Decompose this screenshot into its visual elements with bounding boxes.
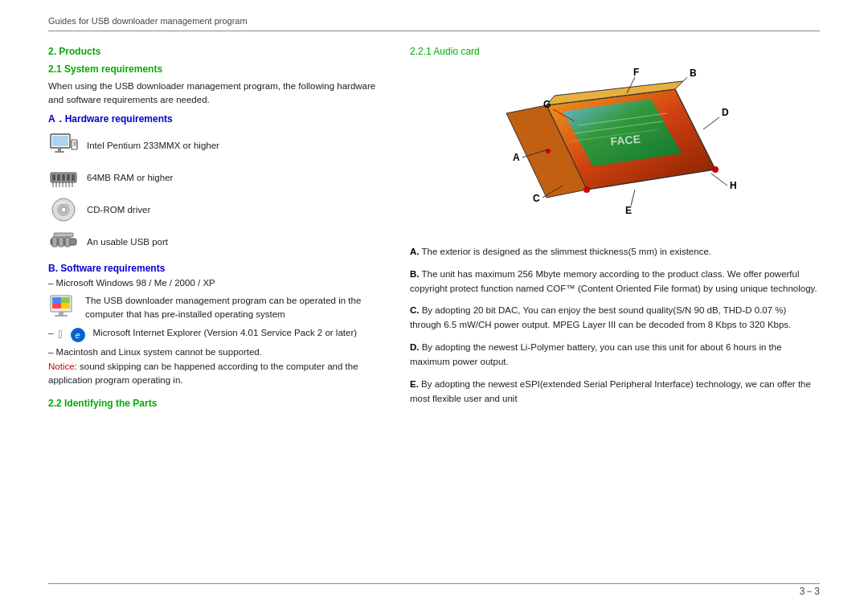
ram-icon bbox=[48, 165, 79, 190]
right-column: 2.2.1 Audio card bbox=[410, 46, 820, 414]
left-column: 2. Products 2.1 System requirements When… bbox=[48, 46, 386, 414]
svg-rect-33 bbox=[52, 303, 61, 309]
svg-rect-2 bbox=[58, 148, 61, 151]
svg-point-47 bbox=[546, 149, 551, 153]
sw-dash2: – Macintosh and Linux system cannot be s… bbox=[48, 347, 386, 357]
svg-point-23 bbox=[61, 207, 66, 212]
desc-B: B. The unit has maximum 256 Mbyte memory… bbox=[410, 268, 820, 296]
windows-icon bbox=[48, 294, 79, 320]
desc-A-text: The exterior is designed as the slimmest… bbox=[422, 247, 711, 256]
ie-row: –  e Microsoft Internet Explorer (Versi… bbox=[48, 328, 386, 342]
svg-rect-4 bbox=[72, 140, 77, 149]
svg-rect-9 bbox=[52, 174, 55, 181]
hw-item-cpu: Intel Pentium 233MMX or higher bbox=[48, 133, 386, 158]
desc-C: C. By adopting 20 bit DAC, You can enjoy… bbox=[410, 304, 820, 333]
label-E: E. bbox=[410, 379, 419, 389]
content-area: 2. Products 2.1 System requirements When… bbox=[48, 46, 820, 414]
header-text: Guides for USB downloader management pro… bbox=[48, 16, 248, 26]
svg-point-45 bbox=[583, 186, 590, 193]
section2-title: 2. Products bbox=[48, 46, 386, 57]
hw-item-cd: CD-ROM driver bbox=[48, 197, 386, 223]
usb-icon bbox=[48, 229, 79, 255]
section22-title: 2.2 Identifying the Parts bbox=[48, 398, 386, 409]
svg-text:F: F bbox=[633, 67, 639, 78]
svg-text:FACE: FACE bbox=[610, 133, 641, 148]
cd-icon bbox=[48, 197, 79, 223]
hw-item-usb: An usable USB port bbox=[48, 229, 386, 255]
bottom-line bbox=[48, 583, 820, 584]
svg-rect-34 bbox=[61, 303, 70, 309]
section21-title: 2.1 System requirements bbox=[48, 63, 386, 75]
sw-windows-desc-text: The USB downloader management program ca… bbox=[85, 296, 361, 319]
hw-item-ram: 64MB RAM or higher bbox=[48, 165, 386, 190]
svg-text:E: E bbox=[625, 205, 632, 216]
svg-rect-28 bbox=[54, 233, 73, 237]
page-number: 3－3 bbox=[800, 585, 820, 599]
device-diagram: FACE A B bbox=[482, 65, 747, 234]
svg-point-46 bbox=[712, 166, 719, 173]
svg-rect-35 bbox=[59, 312, 63, 315]
svg-line-62 bbox=[711, 174, 727, 186]
sw-dash1: – Microsoft Windows 98 / Me / 2000 / XP bbox=[48, 278, 386, 288]
svg-line-56 bbox=[631, 190, 635, 206]
svg-text:D: D bbox=[722, 107, 729, 118]
label-C: C. bbox=[410, 305, 420, 315]
svg-rect-36 bbox=[55, 315, 68, 317]
ie-text: Microsoft Internet Explorer (Version 4.0… bbox=[93, 328, 358, 337]
label-B: B. bbox=[410, 269, 420, 279]
svg-text:A: A bbox=[513, 152, 520, 163]
ie-icon-visual: e bbox=[71, 328, 85, 342]
software-section: B. Software requirements – Microsoft Win… bbox=[48, 263, 386, 388]
desc-D: D. By adopting the newest Li-Polymer bat… bbox=[410, 341, 820, 370]
svg-rect-10 bbox=[57, 174, 60, 181]
svg-text:C: C bbox=[533, 193, 540, 204]
sw-windows-desc: The USB downloader management program ca… bbox=[85, 294, 386, 322]
ie-dash: – bbox=[48, 328, 53, 337]
label-D: D. bbox=[410, 342, 420, 352]
computer-icon bbox=[48, 133, 79, 158]
svg-rect-3 bbox=[55, 151, 64, 153]
intro-text: When using the USB downloader management… bbox=[48, 80, 386, 108]
hw-usb-label: An usable USB port bbox=[87, 237, 168, 247]
svg-text:B: B bbox=[690, 67, 697, 79]
svg-line-54 bbox=[703, 117, 719, 129]
notice-label: Notice bbox=[48, 362, 75, 371]
page-header: Guides for USB downloader management pro… bbox=[48, 16, 820, 31]
svg-rect-27 bbox=[65, 237, 70, 247]
svg-rect-12 bbox=[67, 174, 70, 181]
svg-rect-32 bbox=[61, 297, 70, 303]
svg-rect-11 bbox=[62, 174, 65, 181]
svg-rect-1 bbox=[52, 136, 68, 146]
svg-rect-13 bbox=[72, 174, 75, 181]
page-wrapper: Guides for USB downloader management pro… bbox=[0, 0, 868, 613]
desc-E-text: By adopting the newest eSPI(extended Ser… bbox=[410, 379, 811, 403]
svg-rect-25 bbox=[52, 237, 57, 247]
svg-text:G: G bbox=[543, 99, 551, 110]
svg-rect-31 bbox=[52, 297, 61, 303]
desc-B-text: The unit has maximum 256 Mbyte memory ac… bbox=[410, 269, 817, 293]
svg-text:H: H bbox=[730, 180, 737, 191]
hw-requirements-link[interactable]: A．Hardware requirements bbox=[48, 112, 386, 126]
desc-A: A. The exterior is designed as the slimm… bbox=[410, 245, 820, 260]
hw-cpu-label: Intel Pentium 233MMX or higher bbox=[87, 141, 219, 150]
desc-C-text: By adopting 20 bit DAC, You can enjoy th… bbox=[410, 305, 791, 329]
desc-E: E. By adopting the newest eSPI(extended … bbox=[410, 378, 820, 407]
hw-cd-label: CD-ROM driver bbox=[87, 205, 150, 215]
windows-row: The USB downloader management program ca… bbox=[48, 294, 386, 322]
notice-colon-text: : sound skipping can be happened accordi… bbox=[48, 362, 358, 385]
hw-ram-label: 64MB RAM or higher bbox=[87, 173, 173, 182]
sw-requirements-link[interactable]: B. Software requirements bbox=[48, 263, 386, 274]
desc-D-text: By adopting the newest Li-Polymer batter… bbox=[410, 342, 782, 366]
svg-rect-26 bbox=[59, 237, 63, 247]
audio-card-title: 2.2.1 Audio card bbox=[410, 46, 820, 57]
ie-icon:  bbox=[58, 328, 62, 341]
label-A: A. bbox=[410, 247, 420, 256]
notice-text: Notice: sound skipping can be happened a… bbox=[48, 360, 386, 388]
